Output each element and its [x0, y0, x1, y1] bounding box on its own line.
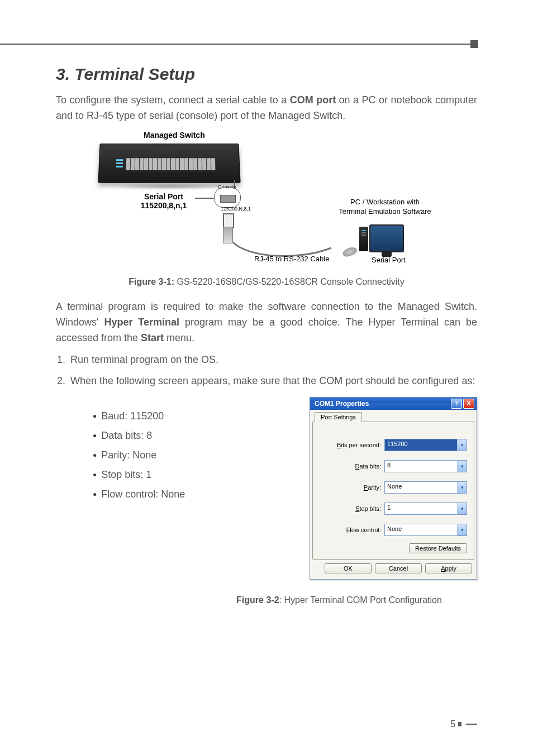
value-bits-per-second: 115200: [385, 439, 457, 451]
steps-list: Run terminal program on the OS. When the…: [56, 352, 477, 389]
para2: A terminal program is required to make t…: [56, 299, 477, 346]
label-data-bits: Data bits:: [320, 463, 384, 470]
connectivity-diagram: Managed Switch Serial Port 115200,8,n,1 …: [88, 131, 445, 270]
pc-label: PC / Workstation with Terminal Emulation…: [329, 198, 441, 217]
rj45-connector-icon: [223, 213, 234, 228]
chevron-down-icon[interactable]: ▾: [457, 439, 467, 451]
label-bits-per-second: Bits per second:: [320, 442, 384, 448]
cable-label: RJ-45 to RS-232 Cable: [254, 255, 329, 263]
header-rule: [0, 44, 477, 45]
com1-properties-dialog: COM1 Properties ? X Port Settings Bits p…: [310, 397, 477, 580]
combo-stop-bits[interactable]: 1 ▾: [384, 503, 467, 515]
pc-mouse-icon: [341, 246, 358, 258]
restore-defaults-button[interactable]: Restore Defaults: [409, 543, 467, 553]
pc-serial-label: Serial Port: [372, 256, 406, 264]
combo-bits-per-second[interactable]: 115200 ▾: [384, 439, 467, 451]
chevron-down-icon[interactable]: ▾: [457, 524, 467, 535]
tab-port-settings[interactable]: Port Settings: [315, 412, 362, 422]
row-stop-bits: Stop bits: 1 ▾: [320, 503, 467, 515]
row-parity: Parity: None ▾: [320, 481, 467, 494]
help-button[interactable]: ?: [451, 399, 462, 409]
serial-port-label: Serial Port 115200,8,n,1: [130, 192, 197, 210]
row-flow-control: Flow control: None ▾: [320, 524, 467, 536]
label-stop-bits: Stop bits:: [320, 505, 384, 512]
fig1-label: Figure 3-1:: [129, 277, 174, 286]
chevron-down-icon[interactable]: ▾: [457, 503, 467, 514]
step-1: Run terminal program on the OS.: [68, 352, 477, 368]
combo-flow-control[interactable]: None ▾: [384, 524, 467, 536]
apply-button[interactable]: Apply: [425, 563, 472, 573]
console-port-icon: [214, 188, 241, 208]
config-bullets: Baud: 115200 Data bits: 8 Parity: None S…: [93, 410, 185, 508]
page-number-value: 5: [450, 719, 455, 729]
fig1-text: GS-5220-16S8C/GS-5220-16S8CR Console Con…: [174, 277, 404, 286]
sp-line2: 115200,8,n,1: [141, 201, 187, 210]
intro-bold-comport: COM port: [290, 94, 336, 106]
pc-tower-icon: [359, 227, 368, 251]
chevron-down-icon[interactable]: ▾: [457, 482, 467, 493]
row-data-bits: Data bits: 8 ▾: [320, 460, 467, 472]
bullet-stopbits: Stop bits: 1: [93, 469, 185, 481]
line-sp-console: [195, 198, 215, 199]
figure-3-2-caption: Figure 3-2: Hyper Terminal COM Port Conf…: [56, 595, 477, 605]
managed-switch-label: Managed Switch: [144, 131, 205, 140]
label-parity: Parity:: [320, 484, 384, 491]
section-heading: 3. Terminal Setup: [56, 65, 477, 84]
cancel-button[interactable]: Cancel: [375, 563, 422, 573]
ok-button[interactable]: OK: [325, 563, 372, 573]
switch-shadow: [110, 183, 233, 190]
fig2-text: : Hyper Terminal COM Port Configuration: [279, 595, 442, 605]
row-bits-per-second: Bits per second: 115200 ▾: [320, 439, 467, 451]
bullet-parity: Parity: None: [93, 449, 185, 461]
combo-data-bits[interactable]: 8 ▾: [384, 460, 467, 472]
fig2-label: Figure 3-2: [236, 595, 279, 605]
bullet-baud: Baud: 115200: [93, 410, 185, 422]
value-data-bits: 8: [385, 461, 457, 472]
pc-monitor-icon: [369, 224, 404, 252]
step-2: When the following screen appears, make …: [68, 374, 477, 389]
port-settings-pane: Bits per second: 115200 ▾ Data bits: 8 ▾: [312, 422, 474, 560]
switch-icon: [98, 143, 240, 183]
para2-bold2: Start: [141, 332, 164, 343]
intro-paragraph: To configure the system, connect a seria…: [56, 93, 477, 124]
baud-small-label: 115200,N,8,1: [221, 206, 251, 212]
label-flow-control: Flow control:: [320, 527, 384, 533]
bullet-databits: Data bits: 8: [93, 430, 185, 442]
pc-line1: PC / Workstation with: [350, 198, 420, 206]
value-parity: None: [385, 482, 457, 493]
dialog-titlebar[interactable]: COM1 Properties ? X: [310, 398, 477, 410]
para2-bold1: Hyper Terminal: [104, 317, 179, 328]
sp-line1: Serial Port: [144, 192, 183, 201]
para2-post: menu.: [164, 332, 194, 343]
figure-3-1-caption: Figure 3-1: GS-5220-16S8C/GS-5220-16S8CR…: [56, 277, 477, 287]
page-number: 5: [450, 719, 477, 729]
dialog-title: COM1 Properties: [315, 400, 369, 408]
value-stop-bits: 1: [385, 503, 457, 514]
intro-pre: To configure the system, connect a seria…: [56, 94, 290, 106]
close-button[interactable]: X: [463, 399, 474, 409]
bullet-flow: Flow control: None: [93, 489, 185, 500]
pc-line2: Terminal Emulation Software: [339, 207, 431, 216]
chevron-down-icon[interactable]: ▾: [457, 461, 467, 472]
value-flow-control: None: [385, 524, 457, 535]
combo-parity[interactable]: None ▾: [384, 481, 467, 494]
